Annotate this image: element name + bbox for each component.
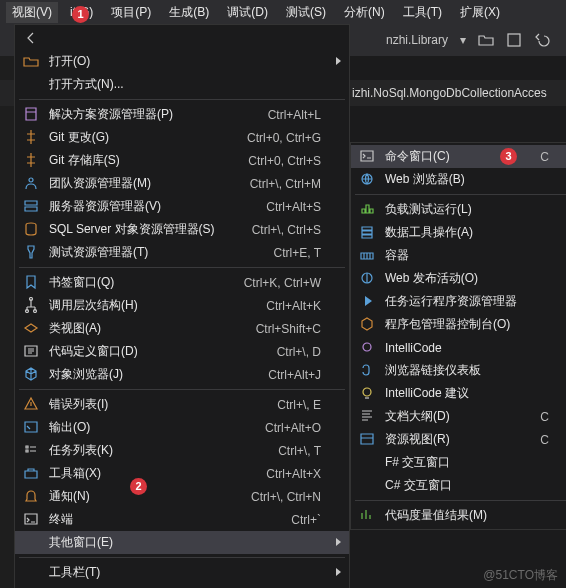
menu-tools[interactable]: 工具(T) [397, 2, 448, 23]
menu-item-shortcut: Ctrl+\, T [278, 444, 321, 458]
menu-item-terminal[interactable]: 终端Ctrl+` [15, 508, 349, 531]
menu-item-test-explorer[interactable]: 测试资源管理器(T)Ctrl+E, T [15, 241, 349, 264]
menu-item-git-repo[interactable]: Git 存储库(S)Ctrl+0, Ctrl+S [15, 149, 349, 172]
menu-item-web-browser[interactable]: Web 浏览器(B) [351, 168, 566, 191]
menu-item-error-list[interactable]: 错误列表(I)Ctrl+\, E [15, 393, 349, 416]
menu-item-nav-back [15, 27, 349, 50]
menu-item-label: 通知(N) [49, 488, 251, 505]
editor-tab[interactable]: izhi.NoSql.MongoDbCollectionAcces [352, 86, 547, 100]
menu-item-notifications[interactable]: 通知(N)Ctrl+\, Ctrl+N [15, 485, 349, 508]
menu-item-git-changes[interactable]: Git 更改(G)Ctrl+0, Ctrl+G [15, 126, 349, 149]
menu-extensions[interactable]: 扩展(X) [454, 2, 506, 23]
menu-item-code-metrics[interactable]: 代码度量值结果(M) [351, 504, 566, 527]
menu-item-bookmark-window[interactable]: 书签窗口(Q)Ctrl+K, Ctrl+W [15, 271, 349, 294]
menu-item-shortcut: Ctrl+0, Ctrl+G [247, 131, 321, 145]
menu-item-fullscreen[interactable]: 全屏幕(U)Shift+Alt+Enter [15, 584, 349, 588]
menu-debug[interactable]: 调试(D) [221, 2, 274, 23]
menu-analyze[interactable]: 分析(N) [338, 2, 391, 23]
menu-item-shortcut: C [540, 433, 549, 447]
menu-test[interactable]: 测试(S) [280, 2, 332, 23]
menu-item-shortcut: C [540, 410, 549, 424]
menu-item-shortcut: Ctrl+K, Ctrl+W [244, 276, 321, 290]
menu-item-shortcut: Ctrl+Alt+K [266, 299, 321, 313]
menu-item-intellicode-suggest[interactable]: IntelliCode 建议 [351, 382, 566, 405]
menu-project[interactable]: 项目(P) [105, 2, 157, 23]
menu-item-label: IntelliCode [385, 341, 549, 355]
menu-item-csharp-interactive[interactable]: C# 交互窗口 [351, 474, 566, 497]
menu-build[interactable]: 生成(B) [163, 2, 215, 23]
menu-item-label: 代码定义窗口(D) [49, 343, 277, 360]
menu-item-label: 浏览器链接仪表板 [385, 362, 549, 379]
menu-item-sql-explorer[interactable]: SQL Server 对象资源管理器(S)Ctrl+\, Ctrl+S [15, 218, 349, 241]
menu-item-label: IntelliCode 建议 [385, 385, 549, 402]
menu-item-toolbox[interactable]: 工具箱(X)Ctrl+Alt+X [15, 462, 349, 485]
menu-item-output[interactable]: 输出(O)Ctrl+Alt+O [15, 416, 349, 439]
submenu-arrow-icon [336, 568, 341, 576]
menu-item-label: Git 更改(G) [49, 129, 247, 146]
menu-item-label: 负载测试运行(L) [385, 201, 549, 218]
menu-item-open-with[interactable]: 打开方式(N)... [15, 73, 349, 96]
menu-item-label: F# 交互窗口 [385, 454, 549, 471]
folder-open-icon[interactable] [478, 32, 494, 48]
menu-item-doc-outline[interactable]: 文档大纲(D)C [351, 405, 566, 428]
datatools-icon [359, 224, 375, 240]
cmd-icon [359, 148, 375, 164]
menu-item-server-explorer[interactable]: 服务器资源管理器(V)Ctrl+Alt+S [15, 195, 349, 218]
solution-icon [23, 106, 39, 122]
menu-item-call-hierarchy[interactable]: 调用层次结构(H)Ctrl+Alt+K [15, 294, 349, 317]
menu-item-team-explorer[interactable]: 团队资源管理器(M)Ctrl+\, Ctrl+M [15, 172, 349, 195]
menu-item-fsharp-interactive[interactable]: F# 交互窗口 [351, 451, 566, 474]
menu-item-shortcut: Ctrl+\, D [277, 345, 321, 359]
menu-item-label: 工具箱(X) [49, 465, 266, 482]
menu-item-label: SQL Server 对象资源管理器(S) [49, 221, 252, 238]
menu-item-command-window[interactable]: 命令窗口(C)C [351, 145, 566, 168]
menu-separator [19, 557, 345, 558]
menu-item-shortcut: Ctrl+Alt+J [268, 368, 321, 382]
annotation-badge-1: 1 [72, 6, 89, 23]
view-dropdown-menu: 打开(O)打开方式(N)...解决方案资源管理器(P)Ctrl+Alt+LGit… [14, 24, 350, 588]
menu-item-label: 打开方式(N)... [49, 76, 321, 93]
menu-item-label: 错误列表(I) [49, 396, 277, 413]
svg-rect-0 [508, 34, 520, 46]
other-windows-submenu: 命令窗口(C)CWeb 浏览器(B)负载测试运行(L)数据工具操作(A)容器We… [350, 142, 566, 530]
menu-item-load-test-run[interactable]: 负载测试运行(L) [351, 198, 566, 221]
menu-item-label: 代码度量值结果(M) [385, 507, 549, 524]
menu-item-object-browser[interactable]: 对象浏览器(J)Ctrl+Alt+J [15, 363, 349, 386]
webpub-icon [359, 270, 375, 286]
menu-item-other-windows[interactable]: 其他窗口(E) [15, 531, 349, 554]
menu-item-code-def[interactable]: 代码定义窗口(D)Ctrl+\, D [15, 340, 349, 363]
menu-item-intellicode[interactable]: IntelliCode [351, 336, 566, 359]
menu-item-label: C# 交互窗口 [385, 477, 549, 494]
containers-icon [359, 247, 375, 263]
web-icon [359, 171, 375, 187]
menu-separator [19, 389, 345, 390]
menu-item-shortcut: Ctrl+\, Ctrl+N [251, 490, 321, 504]
browserlink-icon [359, 362, 375, 378]
menu-view[interactable]: 视图(V) [6, 2, 58, 23]
menu-item-resource-view[interactable]: 资源视图(R)C [351, 428, 566, 451]
menu-item-task-runner[interactable]: 任务运行程序资源管理器 [351, 290, 566, 313]
arrow-left-icon [23, 30, 39, 46]
menu-item-toolbars[interactable]: 工具栏(T) [15, 561, 349, 584]
menu-item-data-tools[interactable]: 数据工具操作(A) [351, 221, 566, 244]
menu-item-solution-explorer[interactable]: 解决方案资源管理器(P)Ctrl+Alt+L [15, 103, 349, 126]
save-icon[interactable] [506, 32, 522, 48]
git-icon [23, 129, 39, 145]
outline-icon [359, 408, 375, 424]
menu-item-browser-link[interactable]: 浏览器链接仪表板 [351, 359, 566, 382]
menu-item-open[interactable]: 打开(O) [15, 50, 349, 73]
menu-item-shortcut: Ctrl+Alt+O [265, 421, 321, 435]
menu-item-web-publish[interactable]: Web 发布活动(O) [351, 267, 566, 290]
undo-icon[interactable] [534, 32, 550, 48]
menu-item-class-view[interactable]: 类视图(A)Ctrl+Shift+C [15, 317, 349, 340]
menu-item-containers[interactable]: 容器 [351, 244, 566, 267]
menu-item-label: 打开(O) [49, 53, 321, 70]
menu-item-label: 团队资源管理器(M) [49, 175, 250, 192]
menu-item-task-list[interactable]: 任务列表(K)Ctrl+\, T [15, 439, 349, 462]
menu-item-label: 程序包管理器控制台(O) [385, 316, 549, 333]
hierarchy-icon [23, 297, 39, 313]
menu-item-label: Web 发布活动(O) [385, 270, 549, 287]
menu-item-pkg-console[interactable]: 程序包管理器控制台(O) [351, 313, 566, 336]
watermark: @51CTO博客 [483, 567, 558, 584]
menu-item-label: 文档大纲(D) [385, 408, 540, 425]
